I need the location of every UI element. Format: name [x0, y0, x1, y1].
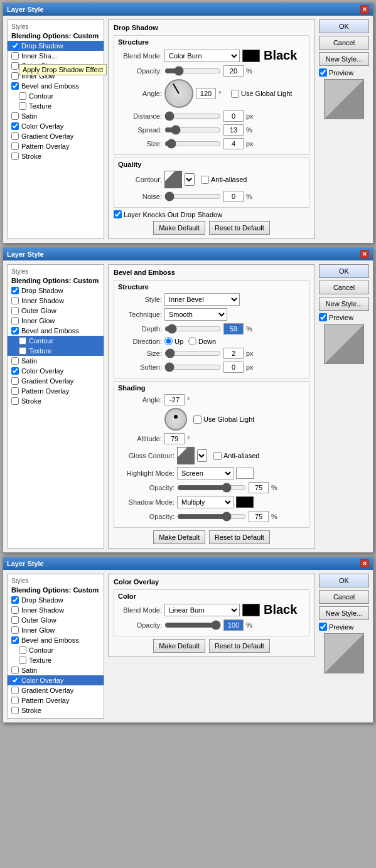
spread-slider-1[interactable]: [164, 126, 221, 134]
sidebar-item-gradient-overlay-1[interactable]: Gradient Overlay: [8, 131, 104, 141]
angle-input-1[interactable]: [196, 88, 216, 99]
highlight-color-swatch-2[interactable]: [236, 468, 254, 479]
checkbox-contour-3[interactable]: [19, 646, 26, 654]
soften-input-2[interactable]: [223, 362, 244, 373]
technique-select-2[interactable]: Smooth Chisel Hard Chisel Soft: [164, 308, 227, 321]
checkbox-outer-glow-3[interactable]: [11, 616, 19, 624]
distance-input-1[interactable]: [223, 110, 244, 122]
sidebar-item-contour-2[interactable]: Contour: [8, 336, 104, 346]
anti-alias-check-1[interactable]: [201, 176, 209, 184]
angle-input-2[interactable]: [164, 394, 185, 405]
checkbox-contour-1[interactable]: [19, 92, 26, 100]
new-style-btn-3[interactable]: New Style...: [319, 606, 369, 620]
checkbox-drop-shadow-2[interactable]: [11, 287, 19, 294]
sidebar-item-inner-shadow-1[interactable]: Inner Sha...: [8, 51, 104, 61]
checkbox-bevel-2[interactable]: [11, 327, 19, 335]
color-swatch-3[interactable]: [242, 604, 260, 616]
checkbox-color-overlay-2[interactable]: [11, 367, 19, 375]
preview-check-3[interactable]: [319, 623, 327, 631]
sidebar-item-inner-glow-2[interactable]: Inner Glow: [8, 316, 104, 326]
checkbox-color-overlay-1[interactable]: [11, 122, 19, 130]
highlight-opacity-slider-2[interactable]: [177, 483, 246, 492]
sidebar-item-texture-2[interactable]: Texture: [8, 346, 104, 356]
reset-default-btn-1[interactable]: Reset to Default: [209, 221, 270, 235]
sidebar-item-bevel-1[interactable]: Bevel and Emboss: [8, 81, 104, 91]
direction-up-radio[interactable]: [164, 337, 173, 345]
blend-mode-select-3[interactable]: Linear Burn Normal Multiply: [164, 604, 240, 616]
sidebar-item-inner-glow-3[interactable]: Inner Glow: [8, 625, 104, 635]
highlight-mode-select-2[interactable]: Screen Normal: [177, 467, 234, 480]
opacity-input-3[interactable]: [223, 619, 244, 631]
sidebar-item-color-overlay-3[interactable]: Color Overlay: [8, 675, 104, 685]
sidebar-item-drop-shadow-3[interactable]: Drop Shadow: [8, 595, 104, 605]
ok-btn-1[interactable]: OK: [319, 19, 369, 33]
blend-mode-select-1[interactable]: Color Burn Normal Multiply: [164, 50, 240, 62]
sidebar-item-outer-glow-3[interactable]: Outer Glow: [8, 615, 104, 625]
soften-slider-2[interactable]: [164, 363, 221, 372]
checkbox-drop-shadow-1[interactable]: [11, 42, 19, 50]
sidebar-item-pattern-overlay-3[interactable]: Pattern Overlay: [8, 695, 104, 705]
checkbox-texture-1[interactable]: [19, 102, 26, 110]
close-button-2[interactable]: ✕: [360, 250, 369, 259]
close-button-1[interactable]: ✕: [360, 5, 369, 14]
sidebar-item-contour-1[interactable]: Contour: [8, 91, 104, 101]
checkbox-inner-shadow-1[interactable]: [11, 52, 19, 60]
cancel-btn-2[interactable]: Cancel: [319, 281, 369, 294]
sidebar-item-satin-1[interactable]: Satin: [8, 111, 104, 121]
checkbox-texture-3[interactable]: [19, 656, 26, 664]
sidebar-item-bevel-2[interactable]: Bevel and Emboss: [8, 326, 104, 336]
checkbox-bevel-3[interactable]: [11, 636, 19, 644]
gloss-contour-select-2[interactable]: [197, 449, 207, 462]
blending-options-2[interactable]: Blending Options: Custom: [8, 276, 104, 286]
shadow-mode-select-2[interactable]: Multiply Normal: [177, 496, 234, 508]
contour-thumb-1[interactable]: [164, 171, 182, 188]
anti-alias-check-2[interactable]: [213, 452, 222, 460]
checkbox-inner-glow-2[interactable]: [11, 317, 19, 324]
checkbox-bevel-1[interactable]: [11, 82, 19, 90]
sidebar-item-pattern-overlay-1[interactable]: Pattern Overlay: [8, 141, 104, 151]
noise-slider-1[interactable]: [164, 192, 221, 201]
checkbox-pattern-overlay-2[interactable]: [11, 387, 19, 395]
ok-btn-2[interactable]: OK: [319, 264, 369, 278]
size-slider-2[interactable]: [164, 349, 221, 358]
checkbox-drop-shadow-3[interactable]: [11, 596, 19, 604]
sidebar-item-texture-1[interactable]: Texture: [8, 101, 104, 111]
sidebar-item-satin-3[interactable]: Satin: [8, 665, 104, 675]
checkbox-pattern-overlay-3[interactable]: [11, 697, 19, 704]
contour-select-1[interactable]: [185, 173, 195, 186]
close-button-3[interactable]: ✕: [360, 559, 369, 568]
noise-input-1[interactable]: [223, 191, 244, 202]
sidebar-item-texture-3[interactable]: Texture: [8, 655, 104, 665]
sidebar-item-contour-3[interactable]: Contour: [8, 645, 104, 655]
make-default-btn-3[interactable]: Make Default: [153, 639, 205, 653]
checkbox-inner-shadow-3[interactable]: [11, 606, 19, 614]
sidebar-item-gradient-overlay-3[interactable]: Gradient Overlay: [8, 685, 104, 695]
sidebar-item-gradient-overlay-2[interactable]: Gradient Overlay: [8, 376, 104, 386]
altitude-input-2[interactable]: [164, 433, 185, 444]
checkbox-texture-2[interactable]: [19, 347, 26, 355]
angle-dial-1[interactable]: [164, 79, 193, 108]
checkbox-outer-glow-2[interactable]: [11, 307, 19, 314]
size-slider-1[interactable]: [164, 139, 221, 148]
checkbox-satin-1[interactable]: [11, 112, 19, 120]
blending-options-3[interactable]: Blending Options: Custom: [8, 585, 104, 595]
checkbox-satin-2[interactable]: [11, 357, 19, 365]
sidebar-item-inner-shadow-2[interactable]: Inner Shadow: [8, 296, 104, 306]
checkbox-inner-glow-3[interactable]: [11, 626, 19, 634]
new-style-btn-1[interactable]: New Style...: [319, 52, 369, 66]
checkbox-stroke-2[interactable]: [11, 397, 19, 405]
reset-default-btn-3[interactable]: Reset to Default: [209, 639, 270, 653]
checkbox-contour-2[interactable]: [19, 337, 26, 345]
shadow-opacity-input-2[interactable]: [249, 511, 269, 522]
sidebar-item-stroke-2[interactable]: Stroke: [8, 396, 104, 406]
checkbox-inner-glow-1[interactable]: [11, 72, 19, 80]
sidebar-item-bevel-3[interactable]: Bevel and Emboss: [8, 635, 104, 645]
global-light-check-2[interactable]: [193, 415, 201, 424]
checkbox-gradient-overlay-3[interactable]: [11, 687, 19, 694]
ok-btn-3[interactable]: OK: [319, 574, 369, 587]
preview-check-1[interactable]: [319, 68, 327, 77]
layer-knocks-check-1[interactable]: [114, 210, 122, 218]
checkbox-satin-3[interactable]: [11, 667, 19, 674]
depth-slider-2[interactable]: [164, 324, 221, 333]
sidebar-item-inner-shadow-3[interactable]: Inner Shadow: [8, 605, 104, 615]
